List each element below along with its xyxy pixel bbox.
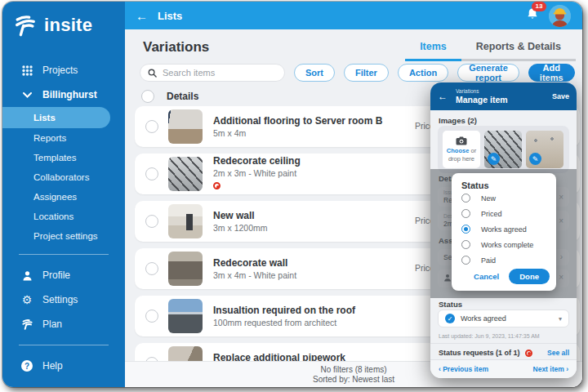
item-checkbox[interactable] xyxy=(145,215,158,228)
next-item-label: Next item xyxy=(533,365,564,373)
radio-icon[interactable] xyxy=(461,240,470,249)
images-box: Choose or drop here ✎ ✎ xyxy=(438,126,569,173)
sidebar-item-plan[interactable]: Plan xyxy=(2,312,125,336)
sidebar-item-locations[interactable]: Locations xyxy=(2,207,125,226)
insite-mark-icon xyxy=(13,14,38,37)
previous-item-label: Previous item xyxy=(443,365,488,373)
sidebar-item-billinghurst[interactable]: Billinghurst xyxy=(2,82,125,107)
status-option-label: New xyxy=(481,194,496,203)
sidebar-item-reports[interactable]: Reports xyxy=(2,128,125,148)
status-option-paid[interactable]: Paid xyxy=(461,252,556,268)
save-button[interactable]: Save xyxy=(552,92,569,100)
status-option-label: Works complete xyxy=(481,241,533,249)
search-input[interactable] xyxy=(163,68,277,78)
tab-items[interactable]: Items xyxy=(405,41,461,61)
status-option-works-complete[interactable]: Works complete xyxy=(461,237,556,252)
search-icon xyxy=(148,69,157,78)
status-dropdown[interactable]: ✓ Works agreed ▾ xyxy=(438,310,569,327)
sidebar-item-assignees[interactable]: Assignees xyxy=(2,187,125,207)
previous-item-button[interactable]: ‹ Previous item xyxy=(439,365,488,373)
sidebar-item-lists[interactable]: Lists xyxy=(2,107,110,128)
image-thumbnail[interactable]: ✎ xyxy=(526,131,564,168)
camera-icon xyxy=(456,136,467,145)
status-option-priced[interactable]: Priced xyxy=(461,206,556,221)
item-pagination: ‹ Previous item Next item › xyxy=(430,359,577,378)
sidebar-item-projects[interactable]: Projects xyxy=(2,58,125,82)
status-option-label: Works agreed xyxy=(481,225,527,234)
status-request-icon xyxy=(213,182,220,189)
choose-link[interactable]: Choose xyxy=(447,147,470,154)
status-option-new[interactable]: New xyxy=(461,190,556,206)
sidebar-item-help[interactable]: ? Help xyxy=(2,354,125,378)
item-checkbox[interactable] xyxy=(145,262,158,275)
status-option-label: Priced xyxy=(481,210,502,218)
last-updated-text: Last updated: Jun 9, 2023, 11:47:35 AM xyxy=(439,333,540,339)
topbar-right: 13 xyxy=(526,5,571,27)
radio-selected-icon[interactable] xyxy=(461,225,470,234)
upload-dropzone[interactable]: Choose or drop here xyxy=(443,131,480,168)
action-button[interactable]: Action xyxy=(398,64,448,82)
status-requests-label: Status requests (1 of 1) xyxy=(439,349,520,357)
edit-image-button[interactable]: ✎ xyxy=(488,153,500,165)
filter-button[interactable]: Filter xyxy=(344,64,389,82)
item-title: Redecorate ceiling xyxy=(213,155,301,167)
cancel-button[interactable]: Cancel xyxy=(474,272,499,281)
item-text: Insualtion required on the roof 100mm re… xyxy=(213,305,355,327)
sidebar-divider xyxy=(19,345,109,345)
radio-icon[interactable] xyxy=(461,209,470,218)
worker-avatar-icon xyxy=(549,5,571,27)
item-checkbox[interactable] xyxy=(145,120,158,133)
sort-button[interactable]: Sort xyxy=(294,64,335,82)
sidebar-item-label: Help xyxy=(42,360,63,372)
check-circle-icon: ✓ xyxy=(445,314,455,323)
item-thumbnail xyxy=(168,252,203,286)
tab-reports-details[interactable]: Reports & Details xyxy=(461,41,576,61)
back-arrow-icon[interactable]: ← xyxy=(136,9,148,23)
sidebar-item-collaborators[interactable]: Collaborators xyxy=(2,167,125,187)
status-dialog-title: Status xyxy=(461,180,556,190)
notifications-button[interactable]: 13 xyxy=(526,7,539,24)
sidebar-item-settings[interactable]: ⚙ Settings xyxy=(2,287,125,312)
manage-item-title: Manage item xyxy=(456,95,508,105)
item-checkbox[interactable] xyxy=(145,310,158,323)
person-icon xyxy=(20,270,33,281)
sidebar: insite Projects Billinghurst Lists Repor… xyxy=(2,2,125,387)
add-items-button[interactable]: Add items xyxy=(528,64,575,82)
item-thumbnail xyxy=(168,109,203,144)
radio-icon[interactable] xyxy=(461,256,470,265)
manage-item-panel: ← Variations Manage item Save Images (2)… xyxy=(430,82,577,378)
sidebar-nav: Projects Billinghurst Lists Reports Temp… xyxy=(2,58,125,378)
sidebar-item-label: Billinghurst xyxy=(42,89,97,100)
item-text: New wall 3m x 1200mm xyxy=(213,210,268,233)
top-bar: ← Lists 13 xyxy=(125,2,582,29)
item-title: Redecorate wall xyxy=(213,257,296,269)
sidebar-item-label: Projects xyxy=(42,65,78,76)
image-thumbnail[interactable]: ✎ xyxy=(484,131,522,168)
app-window: Variations Items Reports & Details Sort … xyxy=(2,2,582,387)
filter-summary: No filters (8 items) xyxy=(320,365,386,374)
images-label: Images (2) xyxy=(439,116,477,125)
generate-report-button[interactable]: Generate report xyxy=(457,64,519,82)
status-option-works-agreed[interactable]: Works agreed xyxy=(461,221,556,237)
item-text: Additional flooring to Server room B 5m … xyxy=(213,115,382,138)
sidebar-item-project-settings[interactable]: Project settings xyxy=(2,226,125,246)
done-button[interactable]: Done xyxy=(509,269,550,284)
next-item-button[interactable]: Next item › xyxy=(533,365,568,373)
pencil-icon: ✎ xyxy=(491,155,497,163)
see-all-link[interactable]: See all xyxy=(547,349,569,357)
back-arrow-icon[interactable]: ← xyxy=(438,91,448,102)
radio-icon[interactable] xyxy=(461,194,470,203)
item-checkbox[interactable] xyxy=(145,167,158,180)
topbar-title: Lists xyxy=(158,10,182,22)
item-thumbnail xyxy=(168,204,203,238)
sidebar-divider xyxy=(19,254,109,255)
item-thumbnail xyxy=(168,299,203,333)
item-text: Redecorate ceiling 2m x 3m - White paint xyxy=(213,155,301,193)
avatar[interactable] xyxy=(549,5,571,27)
sidebar-item-profile[interactable]: Profile xyxy=(2,263,125,287)
item-subtitle: 3m x 1200mm xyxy=(213,223,268,233)
search-box[interactable] xyxy=(140,64,285,82)
sidebar-item-templates[interactable]: Templates xyxy=(2,148,125,167)
select-all-checkbox[interactable] xyxy=(141,90,154,103)
edit-image-button[interactable]: ✎ xyxy=(529,153,541,165)
